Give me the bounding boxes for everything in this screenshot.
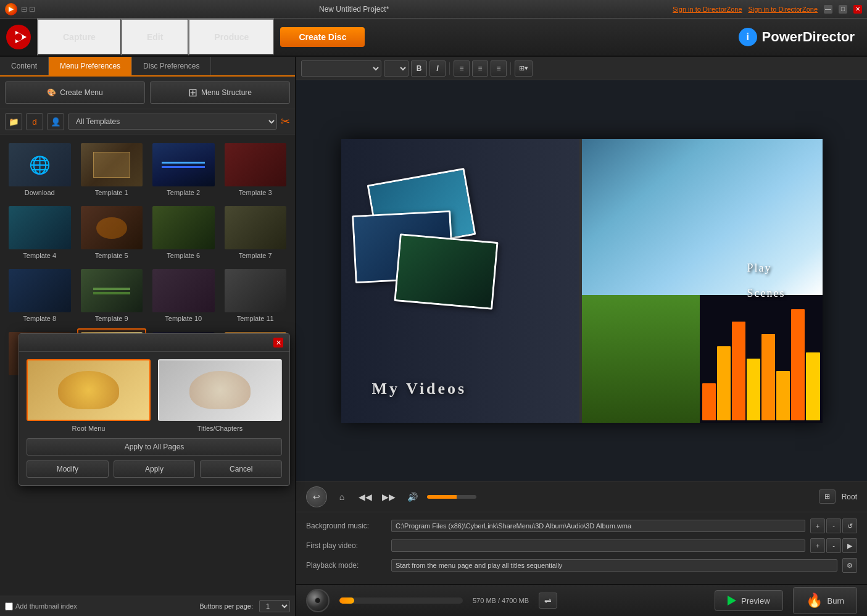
template-thumb-6 xyxy=(152,206,215,249)
apply-to-all-pages-button[interactable]: Apply to All Pages xyxy=(27,438,282,456)
disc-swap-button[interactable]: ⇌ xyxy=(539,593,557,609)
template-item-9[interactable]: Template 9 xyxy=(77,265,147,326)
playback-mode-label: Playback mode: xyxy=(306,561,386,570)
maximize-button[interactable]: □ xyxy=(839,5,847,14)
template-label-4: Template 4 xyxy=(23,252,56,259)
template-item-7[interactable]: Template 7 xyxy=(221,202,291,263)
app-icon: ▶ xyxy=(5,3,17,15)
font-size-select[interactable] xyxy=(384,60,409,77)
template-item-5[interactable]: Template 5 xyxy=(77,202,147,263)
create-disc-button[interactable]: Create Disc xyxy=(280,27,365,47)
bg-music-remove-button[interactable]: - xyxy=(826,518,841,533)
next-button[interactable]: ▶▶ xyxy=(380,488,397,506)
capture-button[interactable]: Capture xyxy=(37,19,121,56)
template-item-3[interactable]: Template 3 xyxy=(221,139,291,200)
popup-titles-chapters-item[interactable]: Titles/Chapters xyxy=(158,359,282,432)
template-thumb-7 xyxy=(225,206,287,249)
template-item-1[interactable]: Template 1 xyxy=(77,139,147,200)
preview-play-icon xyxy=(728,596,736,606)
apply-button[interactable]: Apply xyxy=(114,460,196,478)
template-thumb-8 xyxy=(9,269,71,312)
disc-progress-fill xyxy=(339,597,354,604)
preview-label: Preview xyxy=(741,596,770,606)
toolbar-separator-1 xyxy=(449,62,450,75)
user-icon-button[interactable]: 👤 xyxy=(47,113,64,130)
align-center-button[interactable]: ≡ xyxy=(472,60,488,77)
template-item-6[interactable]: Template 6 xyxy=(149,202,218,263)
modify-button[interactable]: Modify xyxy=(27,460,109,478)
template-label-11: Template 11 xyxy=(237,315,274,322)
create-menu-button[interactable]: 🎨 Create Menu xyxy=(5,81,145,104)
popup-thumbnails: Root Menu Titles/Chapters xyxy=(27,359,282,432)
template-filter-select[interactable]: All Templates xyxy=(68,114,277,130)
volume-slider[interactable] xyxy=(427,495,476,499)
sign-in-text[interactable]: Sign in to DirectorZone xyxy=(749,6,818,13)
template-thumb-10 xyxy=(152,269,215,312)
edit-button[interactable]: Edit xyxy=(121,19,188,56)
right-panel: B I ≡ ≡ ≡ ⊞▾ xyxy=(296,57,867,616)
produce-button[interactable]: Produce xyxy=(188,19,274,56)
playback-mode-input[interactable] xyxy=(391,559,837,572)
close-button[interactable]: ✕ xyxy=(853,5,862,14)
menu-nav-buttons: Play Scenes xyxy=(747,262,786,300)
brand-area: i PowerDirector xyxy=(739,28,855,46)
prev-button[interactable]: ◀◀ xyxy=(357,488,374,506)
menu-structure-button[interactable]: ⊞ Menu Structure xyxy=(150,81,290,104)
template-label-download: Download xyxy=(25,189,55,196)
popup-root-menu-thumb xyxy=(27,359,151,421)
tab-content[interactable]: Content xyxy=(0,57,49,75)
burn-button[interactable]: 🔥 Burn xyxy=(793,587,857,614)
template-item-10[interactable]: Template 10 xyxy=(149,265,218,326)
bg-music-loop-button[interactable]: ↺ xyxy=(842,518,857,533)
window-icons: ⊟ ⊡ xyxy=(21,5,35,14)
font-family-select[interactable] xyxy=(301,60,381,77)
bg-music-input[interactable] xyxy=(391,520,805,532)
align-right-button[interactable]: ≡ xyxy=(491,60,507,77)
bold-button[interactable]: B xyxy=(411,60,427,77)
italic-button[interactable]: I xyxy=(429,60,446,77)
popup-root-menu-item[interactable]: Root Menu xyxy=(27,359,151,432)
template-thumb-download: 🌐 xyxy=(9,143,71,186)
tab-menu-prefs[interactable]: Menu Preferences xyxy=(49,57,132,75)
minimize-button[interactable]: — xyxy=(824,5,832,14)
menu-structure-icon: ⊞ xyxy=(188,86,197,99)
playback-mode-settings-button[interactable]: ⚙ xyxy=(842,558,857,573)
eq-bar-3 xyxy=(732,322,745,420)
first-play-play-button[interactable]: ▶ xyxy=(842,538,857,553)
preview-button[interactable]: Preview xyxy=(715,590,782,611)
first-play-remove-button[interactable]: - xyxy=(826,538,841,553)
scissors-icon: ✂ xyxy=(281,115,290,128)
preview-area: My Videos xyxy=(296,80,867,481)
thumbnail-view-button[interactable]: ⊞ xyxy=(819,489,836,504)
buttons-per-page-select[interactable]: 1 xyxy=(259,600,290,612)
home-button[interactable]: ⌂ xyxy=(333,488,351,506)
template-label-2: Template 2 xyxy=(167,189,200,196)
template-label-10: Template 10 xyxy=(165,315,202,322)
popup-close-button[interactable]: ✕ xyxy=(273,338,283,348)
template-item-2[interactable]: Template 2 xyxy=(149,139,218,200)
disc-icon xyxy=(306,589,330,612)
thumbnail-checkbox[interactable] xyxy=(5,602,13,610)
cancel-button[interactable]: Cancel xyxy=(200,460,282,478)
template-item-8[interactable]: Template 8 xyxy=(5,265,75,326)
tab-disc-prefs[interactable]: Disc Preferences xyxy=(132,57,211,75)
back-button[interactable]: ↩ xyxy=(306,486,327,507)
sign-in-link[interactable]: Sign in to DirectorZone xyxy=(673,6,742,13)
bg-music-row: Background music: + - ↺ xyxy=(306,518,857,533)
playback-controls: ↩ ⌂ ◀◀ ▶▶ 🔊 ⊞ Root xyxy=(296,481,867,512)
eq-bar-4 xyxy=(747,359,760,420)
template-item-11[interactable]: Template 11 xyxy=(221,265,291,326)
filter-row: 📁 d 👤 All Templates ✂ xyxy=(0,109,295,135)
layout-button[interactable]: ⊞▾ xyxy=(515,60,533,77)
thumbnail-label[interactable]: Add thumbnail index xyxy=(5,602,77,610)
bg-music-add-button[interactable]: + xyxy=(810,518,825,533)
first-play-add-button[interactable]: + xyxy=(810,538,825,553)
first-play-input[interactable] xyxy=(391,539,805,552)
folder-icon-button[interactable]: 📁 xyxy=(5,113,22,130)
align-left-button[interactable]: ≡ xyxy=(454,60,470,77)
volume-button[interactable]: 🔊 xyxy=(404,488,421,506)
tag-icon-button[interactable]: d xyxy=(26,113,43,130)
template-item-4[interactable]: Template 4 xyxy=(5,202,75,263)
template-item-download[interactable]: 🌐 Download xyxy=(5,139,75,200)
preview-image: My Videos xyxy=(341,139,823,423)
